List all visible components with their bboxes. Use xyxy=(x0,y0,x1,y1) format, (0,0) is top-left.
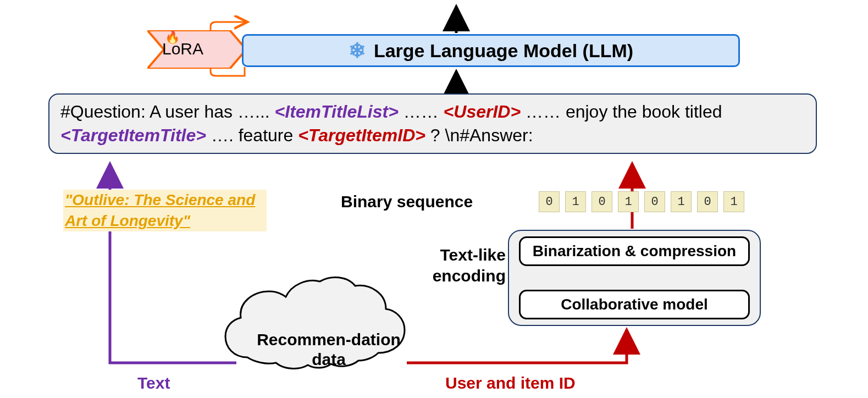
token-itemtitlelist: <ItemTitleList> xyxy=(275,102,399,121)
prompt-box: #Question: A user has …... <ItemTitleLis… xyxy=(48,93,817,154)
collaborative-model-box: Collaborative model xyxy=(519,290,750,319)
bit-cell: 0 xyxy=(591,191,612,212)
bit-cell: 0 xyxy=(697,191,718,212)
bit-cell: 0 xyxy=(539,191,560,212)
snowflake-icon: ❄ xyxy=(349,38,366,63)
prompt-mid3: …. feature xyxy=(211,125,298,145)
llm-box: ❄ Large Language Model (LLM) xyxy=(242,34,740,67)
bit-cell: 1 xyxy=(565,191,586,212)
example-item-title: "Outlive: The Science and Art of Longevi… xyxy=(63,190,267,231)
bit-cell: 1 xyxy=(723,191,744,212)
lora-label: LoRA xyxy=(162,40,203,58)
bit-cell: 1 xyxy=(671,191,692,212)
token-targetitemtitle: <TargetItemTitle> xyxy=(60,125,206,145)
llm-title: Large Language Model (LLM) xyxy=(374,40,633,62)
prompt-mid2: …… enjoy the book titled xyxy=(526,102,722,121)
edge-label-text: Text xyxy=(137,374,170,393)
prompt-suffix: ? \n#Answer: xyxy=(430,125,533,145)
edge-label-ids: User and item ID xyxy=(445,374,576,393)
encoding-label: Text-like encoding xyxy=(418,245,506,286)
binarization-box: Binarization & compression xyxy=(519,236,750,266)
prompt-mid1: …… xyxy=(403,102,444,121)
bit-cell: 1 xyxy=(618,191,639,212)
cloud-label: Recommen-dation data xyxy=(246,330,411,369)
token-targetitemid: <TargetItemID> xyxy=(298,125,425,145)
prompt-prefix: #Question: A user has …... xyxy=(60,102,275,121)
bit-cell: 0 xyxy=(644,191,665,212)
binary-sequence-label: Binary sequence xyxy=(341,192,473,211)
encoding-box: Binarization & compression Collaborative… xyxy=(508,230,761,326)
binary-sequence: 0 1 0 1 0 1 0 1 xyxy=(539,191,744,212)
token-userid: <UserID> xyxy=(444,102,521,121)
